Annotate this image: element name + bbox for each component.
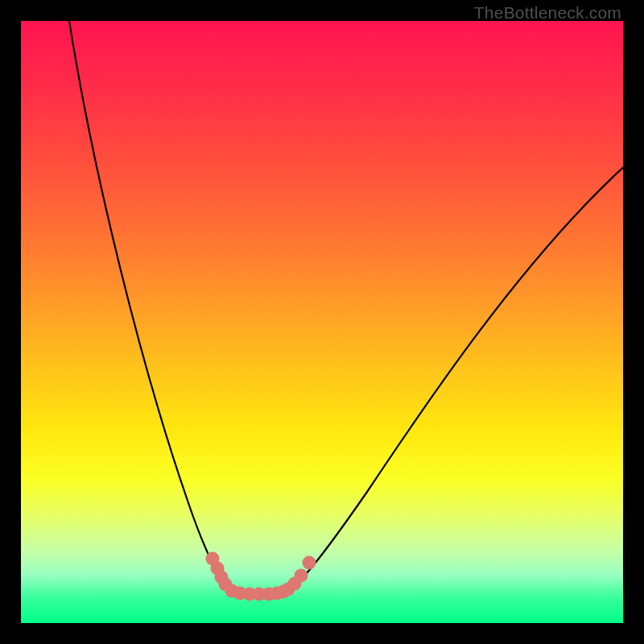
right-curve	[287, 167, 623, 592]
watermark-text: TheBottleneck.com	[474, 3, 621, 23]
valley-marker	[295, 569, 308, 583]
curve-layer	[21, 21, 623, 623]
valley-marker	[303, 556, 316, 570]
valley-markers	[206, 552, 316, 601]
left-curve	[69, 21, 232, 592]
chart-frame	[21, 21, 623, 623]
